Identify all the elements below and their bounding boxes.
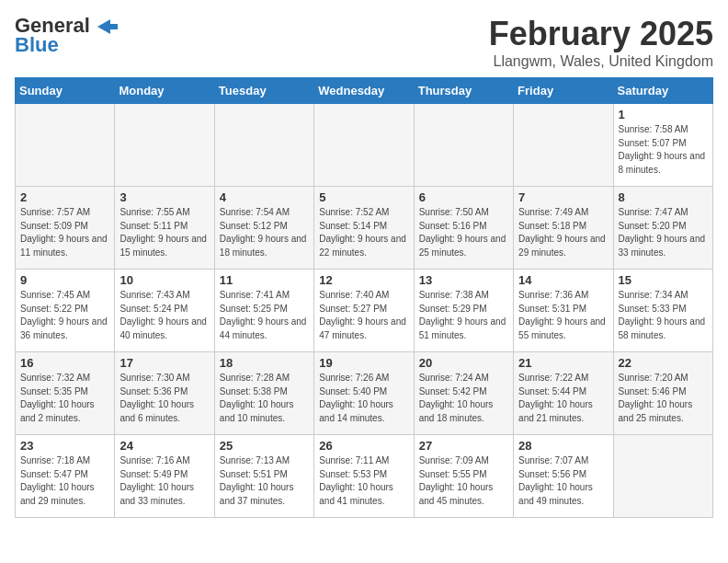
day-number: 11 [220,273,309,287]
day-number: 10 [119,273,209,287]
day-cell: 20Sunrise: 7:24 AM Sunset: 5:42 PM Dayli… [414,352,513,435]
day-cell: 8Sunrise: 7:47 AM Sunset: 5:20 PM Daylig… [613,187,712,270]
day-cell: 16Sunrise: 7:32 AM Sunset: 5:35 PM Dayli… [16,352,115,435]
week-row-3: 9Sunrise: 7:45 AM Sunset: 5:22 PM Daylig… [16,270,713,352]
day-number: 25 [220,439,309,453]
day-info: Sunrise: 7:09 AM Sunset: 5:55 PM Dayligh… [419,454,508,508]
day-info: Sunrise: 7:45 AM Sunset: 5:22 PM Dayligh… [20,289,109,342]
day-cell [314,104,414,187]
day-info: Sunrise: 7:30 AM Sunset: 5:36 PM Dayligh… [119,372,209,425]
day-cell: 28Sunrise: 7:07 AM Sunset: 5:56 PM Dayli… [514,435,613,518]
day-cell [16,104,115,187]
day-cell: 3Sunrise: 7:55 AM Sunset: 5:11 PM Daylig… [115,187,214,270]
day-number: 20 [419,356,508,370]
header-saturday: Saturday [613,78,712,104]
day-number: 8 [619,190,708,204]
day-number: 19 [319,356,408,370]
day-info: Sunrise: 7:36 AM Sunset: 5:31 PM Dayligh… [518,289,608,342]
day-info: Sunrise: 7:40 AM Sunset: 5:27 PM Dayligh… [319,289,408,342]
day-number: 28 [518,439,608,453]
week-row-1: 1Sunrise: 7:58 AM Sunset: 5:07 PM Daylig… [16,104,713,187]
day-number: 22 [619,356,708,370]
day-cell: 7Sunrise: 7:49 AM Sunset: 5:18 PM Daylig… [514,187,613,270]
day-info: Sunrise: 7:55 AM Sunset: 5:11 PM Dayligh… [119,206,209,259]
day-cell: 19Sunrise: 7:26 AM Sunset: 5:40 PM Dayli… [314,352,414,435]
day-cell: 21Sunrise: 7:22 AM Sunset: 5:44 PM Dayli… [514,352,613,435]
day-cell: 26Sunrise: 7:11 AM Sunset: 5:53 PM Dayli… [314,435,414,518]
day-cell: 25Sunrise: 7:13 AM Sunset: 5:51 PM Dayli… [214,435,313,518]
day-number: 27 [419,439,508,453]
day-number: 3 [119,190,209,204]
day-info: Sunrise: 7:20 AM Sunset: 5:46 PM Dayligh… [619,372,708,425]
header-tuesday: Tuesday [214,78,313,104]
calendar-table: SundayMondayTuesdayWednesdayThursdayFrid… [15,77,713,518]
day-info: Sunrise: 7:18 AM Sunset: 5:47 PM Dayligh… [20,454,109,508]
day-info: Sunrise: 7:13 AM Sunset: 5:51 PM Dayligh… [220,454,309,508]
day-cell: 4Sunrise: 7:54 AM Sunset: 5:12 PM Daylig… [214,187,313,270]
day-number: 24 [119,439,209,453]
day-cell: 6Sunrise: 7:50 AM Sunset: 5:16 PM Daylig… [414,187,513,270]
day-number: 5 [319,190,408,204]
day-info: Sunrise: 7:34 AM Sunset: 5:33 PM Dayligh… [619,289,708,342]
week-row-4: 16Sunrise: 7:32 AM Sunset: 5:35 PM Dayli… [16,352,713,435]
day-info: Sunrise: 7:52 AM Sunset: 5:14 PM Dayligh… [319,206,408,259]
header-thursday: Thursday [414,78,513,104]
day-number: 18 [220,356,309,370]
header-wednesday: Wednesday [314,78,414,104]
day-number: 4 [220,190,309,204]
day-info: Sunrise: 7:26 AM Sunset: 5:40 PM Dayligh… [319,372,408,425]
day-cell: 13Sunrise: 7:38 AM Sunset: 5:29 PM Dayli… [414,270,513,352]
day-cell: 2Sunrise: 7:57 AM Sunset: 5:09 PM Daylig… [16,187,115,270]
day-cell: 24Sunrise: 7:16 AM Sunset: 5:49 PM Dayli… [115,435,214,518]
week-row-5: 23Sunrise: 7:18 AM Sunset: 5:47 PM Dayli… [16,435,713,518]
header-friday: Friday [514,78,613,104]
header-monday: Monday [115,78,214,104]
days-header-row: SundayMondayTuesdayWednesdayThursdayFrid… [16,78,713,104]
day-number: 9 [20,273,109,287]
day-info: Sunrise: 7:28 AM Sunset: 5:38 PM Dayligh… [220,372,309,425]
day-number: 21 [518,356,608,370]
day-cell: 9Sunrise: 7:45 AM Sunset: 5:22 PM Daylig… [16,270,115,352]
day-number: 6 [419,190,508,204]
day-number: 1 [619,108,708,121]
day-cell [514,104,613,187]
day-cell: 11Sunrise: 7:41 AM Sunset: 5:25 PM Dayli… [214,270,313,352]
day-info: Sunrise: 7:22 AM Sunset: 5:44 PM Dayligh… [518,372,608,425]
day-cell: 15Sunrise: 7:34 AM Sunset: 5:33 PM Dayli… [613,270,712,352]
day-info: Sunrise: 7:32 AM Sunset: 5:35 PM Dayligh… [20,372,109,425]
day-cell: 1Sunrise: 7:58 AM Sunset: 5:07 PM Daylig… [613,104,712,187]
day-number: 17 [119,356,209,370]
day-info: Sunrise: 7:16 AM Sunset: 5:49 PM Dayligh… [119,454,209,508]
day-number: 12 [319,273,408,287]
day-cell: 23Sunrise: 7:18 AM Sunset: 5:47 PM Dayli… [16,435,115,518]
title-section: February 2025 Llangwm, Wales, United Kin… [489,15,713,70]
day-cell: 27Sunrise: 7:09 AM Sunset: 5:55 PM Dayli… [414,435,513,518]
day-cell [613,435,712,518]
location: Llangwm, Wales, United Kingdom [489,53,713,70]
day-cell: 10Sunrise: 7:43 AM Sunset: 5:24 PM Dayli… [115,270,214,352]
logo-arrow-icon [97,19,118,34]
day-info: Sunrise: 7:57 AM Sunset: 5:09 PM Dayligh… [20,206,109,259]
header: General Blue February 2025 Llangwm, Wale… [15,15,713,70]
day-number: 16 [20,356,109,370]
day-cell [214,104,313,187]
day-number: 23 [20,439,109,453]
week-row-2: 2Sunrise: 7:57 AM Sunset: 5:09 PM Daylig… [16,187,713,270]
logo: General Blue [15,15,118,57]
day-number: 15 [619,273,708,287]
day-number: 14 [518,273,608,287]
day-info: Sunrise: 7:11 AM Sunset: 5:53 PM Dayligh… [319,454,408,508]
day-info: Sunrise: 7:24 AM Sunset: 5:42 PM Dayligh… [419,372,508,425]
day-cell [414,104,513,187]
day-cell: 12Sunrise: 7:40 AM Sunset: 5:27 PM Dayli… [314,270,414,352]
day-info: Sunrise: 7:07 AM Sunset: 5:56 PM Dayligh… [518,454,608,508]
day-info: Sunrise: 7:38 AM Sunset: 5:29 PM Dayligh… [419,289,508,342]
day-info: Sunrise: 7:50 AM Sunset: 5:16 PM Dayligh… [419,206,508,259]
day-cell: 22Sunrise: 7:20 AM Sunset: 5:46 PM Dayli… [613,352,712,435]
day-cell: 5Sunrise: 7:52 AM Sunset: 5:14 PM Daylig… [314,187,414,270]
day-info: Sunrise: 7:41 AM Sunset: 5:25 PM Dayligh… [220,289,309,342]
header-sunday: Sunday [16,78,115,104]
day-cell: 17Sunrise: 7:30 AM Sunset: 5:36 PM Dayli… [115,352,214,435]
day-info: Sunrise: 7:49 AM Sunset: 5:18 PM Dayligh… [518,206,608,259]
logo-blue: Blue [15,33,59,57]
